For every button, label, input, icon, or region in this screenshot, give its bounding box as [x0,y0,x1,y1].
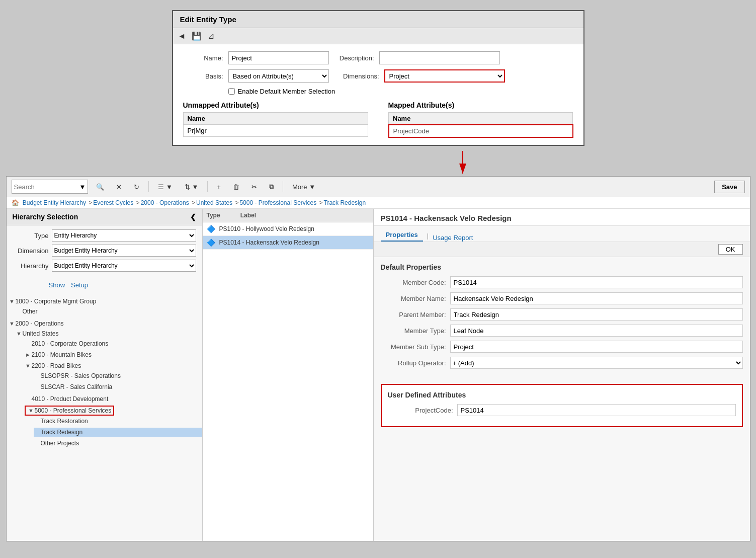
list-button[interactable]: ☰ ▼ [154,180,176,194]
search-dropdown-icon[interactable]: ▼ [79,183,86,191]
tree-node: 2010 - Corporate Operations [16,338,202,349]
tree-node-label: United States [23,330,59,337]
tree-node-content[interactable]: 2010 - Corporate Operations [25,339,202,348]
save-button[interactable]: Save [714,181,744,193]
member-type-input[interactable] [450,325,743,337]
show-link[interactable]: Show [49,281,65,289]
cut-button[interactable]: ✂ [247,180,261,194]
edit-entity-type-panel: Edit Entity Type ◄ 💾 ⊿ Name: Description… [172,10,584,146]
type-select[interactable]: Entity Hierarchy [52,229,196,242]
unmapped-col-name: Name [183,113,368,125]
tab-separator: | [425,230,431,242]
member-name-input[interactable] [450,292,743,304]
ok-button[interactable]: OK [718,244,743,255]
hierarchy-select[interactable]: Budget Entity Hierarchy [52,260,196,272]
toggle-icon[interactable]: ▼ [16,331,23,337]
tree-node-label-track-redesign: Track Redesign [41,429,83,436]
list-item-label: PS1014 - Hackensack Velo Redesign [219,239,319,246]
tree-node-content[interactable]: Track Restoration [34,417,202,426]
member-code-input[interactable] [450,276,743,288]
search-input[interactable] [14,183,79,191]
tab-properties[interactable]: Properties [381,229,423,242]
tree-node: Track Restoration [25,416,202,427]
user-defined-section: User Defined Attributes ProjectCode: [381,384,743,427]
back-icon[interactable]: ◄ [178,32,186,41]
tree-node: Track Redesign [25,427,202,438]
member-sub-type-input[interactable] [450,341,743,353]
basis-select[interactable]: Based on Attribute(s) [228,69,329,83]
description-input[interactable] [379,51,500,64]
tree-node-content[interactable]: 4010 - Product Development [25,394,202,404]
sort-button[interactable]: ⇅ ▼ [181,180,202,194]
breadcrumb-item-2[interactable]: 2000 - Operations [141,199,189,206]
breadcrumb-item-3[interactable]: United States [196,199,232,206]
add-button[interactable]: + [213,180,225,194]
tree-node-content[interactable]: Other [16,307,202,316]
table-row: PrjMgr [183,125,368,137]
list-item[interactable]: 🔷 PS1010 - Hollywood Velo Redesign [203,222,373,236]
sidebar-header: Hierarchy Selection ❮ [7,209,202,225]
toggle-icon[interactable]: ▼ [28,408,35,414]
table-row: ProjectCode [389,125,573,137]
breadcrumb-item-5[interactable]: Track Redesign [324,199,366,206]
dimension-select[interactable]: Budget Entity Hierarchy [52,245,196,257]
more-button[interactable]: More ▼ [288,180,319,194]
search-button[interactable]: 🔍 [92,180,108,194]
edit-panel-body: Name: Description: Basis: Based on Attri… [173,44,583,145]
tree-node-content[interactable]: Other Projects [34,439,202,448]
default-member-checkbox[interactable] [228,88,235,95]
list-item-selected[interactable]: 🔷 PS1014 - Hackensack Velo Redesign [203,236,373,250]
breadcrumb-item-0[interactable]: Budget Entity Hierarchy [23,199,86,206]
parent-member-input[interactable] [450,308,743,321]
setup-link[interactable]: Setup [71,281,88,289]
toggle-icon [34,384,41,390]
toggle-icon [25,396,32,402]
type-col-header: Type [207,212,220,219]
breadcrumb-item-4[interactable]: 5000 - Professional Services [239,199,316,206]
tree-node-content[interactable]: ▼ 5000 - Professional Services [25,406,115,416]
main-content: Hierarchy Selection ❮ Type Entity Hierar… [7,209,750,541]
right-tabs: Properties | Usage Report [374,226,750,242]
tree-node-content[interactable]: SLSOPSR - Sales Operations [34,371,202,380]
toggle-icon[interactable]: ► [25,352,32,358]
middle-panel: Type Label 🔷 PS1010 - Hollywood Velo Red… [203,209,374,541]
copy-button[interactable]: ⧉ [265,180,278,194]
right-panel: PS1014 - Hackensack Velo Redesign Proper… [374,209,750,541]
tree-node-content[interactable]: ▼ 2200 - Road Bikes [25,361,202,370]
default-properties-title: Default Properties [381,263,743,271]
tree-node-content[interactable]: ▼ 1000 - Corporate Mgmt Group [7,297,202,306]
tree-node-label-5000: 5000 - Professional Services [35,407,112,414]
mapped-title: Mapped Attribute(s) [388,101,573,109]
breadcrumb-item-1[interactable]: Everest Cycles [93,199,133,206]
delete-button[interactable]: 🗑 [229,180,243,194]
clear-button[interactable]: ✕ [112,180,126,194]
tree-node: ▼ 2200 - Road Bikes SLSOPSR - Sales Oper… [16,360,202,393]
toggle-icon[interactable]: ▼ [9,298,16,304]
tree-node-content[interactable]: SLSCAR - Sales California [34,382,202,391]
sidebar: Hierarchy Selection ❮ Type Entity Hierar… [7,209,203,541]
tree-node-label: SLSCAR - Sales California [41,383,113,390]
separator-3 [283,181,283,192]
project-code-input[interactable] [457,404,736,416]
tree-node-label: Other Projects [41,440,79,447]
dimensions-select[interactable]: Project [384,69,505,83]
tree-node-label: 2000 - Operations [16,320,64,327]
tree-node-label: 2200 - Road Bikes [32,362,81,369]
tree-node-content-track-redesign[interactable]: Track Redesign [34,428,202,437]
tree-node: SLSOPSR - Sales Operations [25,370,202,381]
tree-node-content[interactable]: ▼ 2000 - Operations [7,319,202,328]
home-icon[interactable]: 🏠 [12,199,19,206]
tree-node-content[interactable]: ► 2100 - Mountain Bikes [25,350,202,359]
refresh-button[interactable]: ↻ [130,180,143,194]
sidebar-collapse-icon[interactable]: ❮ [190,213,196,221]
tree-node-content[interactable]: ▼ United States [16,329,202,338]
save-icon[interactable]: 💾 [192,31,202,41]
toggle-icon[interactable]: ▼ [25,363,32,369]
usage-report-link[interactable]: Usage Report [433,234,473,242]
project-code-label: ProjectCode: [388,407,453,414]
middle-header: Type Label [203,209,373,222]
rollup-operator-select[interactable]: + (Add) [450,357,743,369]
name-input[interactable] [228,51,329,64]
filter-icon[interactable]: ⊿ [208,31,214,41]
toggle-icon[interactable]: ▼ [9,321,16,327]
